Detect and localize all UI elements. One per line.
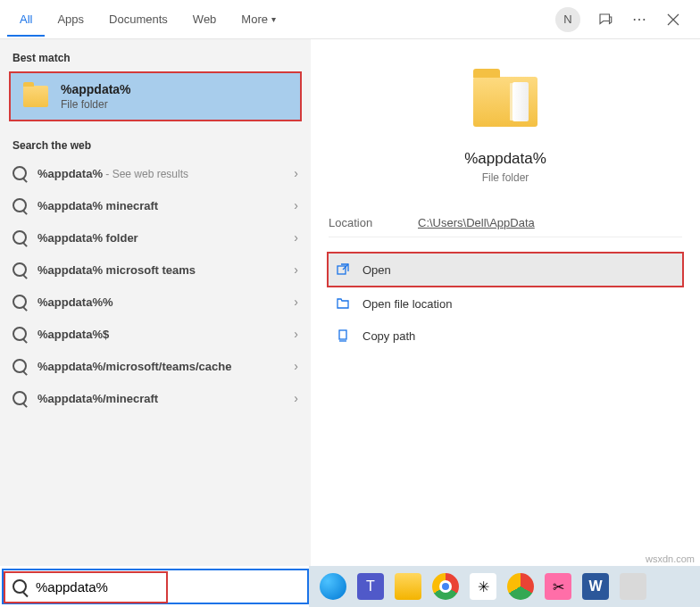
taskbar-chrome2-icon[interactable] (507, 573, 534, 600)
taskbar-word-icon[interactable]: W (582, 573, 609, 600)
preview-title: %appdata% (464, 150, 546, 168)
web-result[interactable]: %appdata% folder › (0, 221, 311, 254)
copy-icon (336, 328, 350, 343)
chevron-right-icon: › (294, 262, 298, 277)
folder-icon (23, 86, 48, 107)
search-icon (12, 327, 27, 341)
taskbar-app-icon[interactable] (620, 573, 646, 600)
search-icon (12, 166, 27, 180)
web-result[interactable]: %appdata% - See web results › (0, 157, 311, 189)
tab-documents[interactable]: Documents (96, 4, 180, 35)
feedback-icon[interactable] (596, 11, 614, 29)
preview-subtitle: File folder (482, 171, 529, 184)
chevron-right-icon: › (294, 230, 298, 245)
best-match-subtitle: File folder (61, 98, 131, 111)
taskbar-chrome-icon[interactable] (432, 573, 459, 600)
svg-rect-1 (339, 330, 346, 339)
search-icon (12, 295, 27, 309)
tab-all[interactable]: All (7, 4, 45, 37)
filter-tabs: All Apps Documents Web More▾ N ⋯ (0, 0, 700, 39)
chevron-right-icon: › (294, 295, 298, 309)
taskbar: T ✳ ✂ W (309, 566, 700, 607)
action-copy-path[interactable]: Copy path (329, 320, 682, 352)
open-icon (336, 262, 350, 277)
folder-open-icon (336, 296, 350, 311)
best-match-title: %appdata% (61, 82, 131, 96)
chevron-down-icon: ▾ (271, 14, 276, 24)
chevron-right-icon: › (294, 327, 298, 341)
web-result[interactable]: %appdata%/microsoft/teams/cache › (0, 350, 311, 382)
watermark: wsxdn.com (646, 553, 695, 564)
taskbar-explorer-icon[interactable] (395, 573, 421, 600)
best-match-item[interactable]: %appdata% File folder (11, 73, 300, 120)
location-link[interactable]: C:\Users\Dell\AppData (418, 216, 535, 229)
more-icon[interactable]: ⋯ (630, 11, 648, 29)
search-input[interactable] (36, 579, 298, 595)
tab-web[interactable]: Web (180, 4, 229, 35)
results-pane: Best match %appdata% File folder Search … (0, 39, 311, 566)
action-open[interactable]: Open (329, 254, 682, 286)
taskbar-snip-icon[interactable]: ✂ (545, 573, 571, 600)
chevron-right-icon: › (294, 391, 298, 405)
action-open-location[interactable]: Open file location (329, 287, 682, 320)
search-icon (12, 579, 27, 594)
web-result[interactable]: %appdata% minecraft › (0, 189, 311, 221)
tab-apps[interactable]: Apps (45, 4, 96, 35)
web-result[interactable]: %appdata%% › (0, 286, 311, 318)
chevron-right-icon: › (294, 359, 298, 373)
chevron-right-icon: › (294, 166, 298, 180)
section-search-web: Search the web (0, 127, 311, 157)
folder-icon (473, 77, 538, 127)
web-result[interactable]: %appdata% microsoft teams › (0, 254, 311, 286)
taskbar-slack-icon[interactable]: ✳ (470, 573, 496, 600)
taskbar-edge-icon[interactable] (320, 573, 346, 600)
close-icon[interactable] (664, 11, 682, 29)
taskbar-teams-icon[interactable]: T (357, 573, 384, 600)
chevron-right-icon: › (294, 198, 298, 212)
location-row: Location C:\Users\Dell\AppData (329, 209, 682, 237)
search-icon (12, 262, 27, 277)
tab-more[interactable]: More▾ (229, 4, 288, 35)
search-icon (12, 391, 27, 405)
search-icon (12, 359, 27, 373)
svg-rect-0 (338, 266, 346, 274)
preview-pane: %appdata% File folder Location C:\Users\… (311, 39, 700, 566)
user-avatar[interactable]: N (555, 7, 580, 32)
web-result[interactable]: %appdata%/minecraft › (0, 382, 311, 414)
search-icon (12, 198, 27, 212)
search-box[interactable] (2, 569, 309, 604)
search-icon (12, 230, 27, 245)
section-best-match: Best match (0, 39, 311, 70)
web-result[interactable]: %appdata%$ › (0, 318, 311, 350)
